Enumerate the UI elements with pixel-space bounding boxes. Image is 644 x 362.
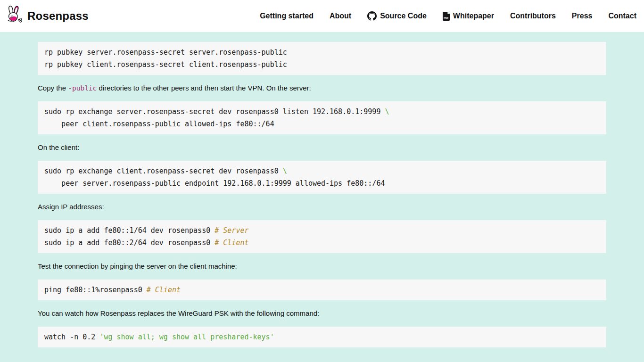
code-comment: # Server (215, 226, 248, 235)
paragraph-copy-public: Copy the -public directories to the othe… (38, 83, 606, 93)
line-continuation: \ (283, 167, 287, 175)
paragraph-text: Copy the (38, 84, 68, 92)
code-block-ping: ping fe80::1%rosenpass0 # Client (38, 280, 606, 300)
paragraph-text: directories to the other peers and then … (97, 84, 311, 92)
pdf-icon: PDF (443, 12, 450, 21)
code-line: rp pubkey client.rosenpass-secret client… (44, 58, 600, 71)
svg-text:PDF: PDF (444, 16, 449, 19)
code-block-server-exchange: sudo rp exchange server.rosenpass-secret… (38, 101, 606, 134)
paragraph-test-connection: Test the connection by pinging the serve… (38, 262, 606, 271)
code-string: 'wg show all; wg show all preshared-keys… (99, 333, 274, 341)
code-line: peer server.rosenpass-public endpoint 19… (44, 177, 600, 189)
code-block-client-exchange: sudo rp exchange client.rosenpass-secret… (38, 161, 606, 194)
rosenpass-rabbit-logo-icon (4, 4, 25, 28)
code-line: sudo ip a add fe80::2/64 dev rosenpass0 … (44, 237, 600, 249)
line-continuation: \ (385, 107, 389, 116)
nav-press[interactable]: Press (572, 12, 593, 20)
code-line: sudo rp exchange client.rosenpass-secret… (44, 165, 600, 177)
brand-home-link[interactable]: Rosenpass (4, 4, 89, 28)
nav-contact[interactable]: Contact (608, 12, 636, 20)
nav-getting-started[interactable]: Getting started (260, 12, 314, 20)
brand-name: Rosenpass (27, 9, 89, 23)
nav-whitepaper-label: Whitepaper (453, 12, 494, 20)
getting-started-content: rp pubkey server.rosenpass-secret server… (0, 32, 644, 347)
inline-code-public: -public (68, 84, 97, 92)
code-block-generate-pubkeys: rp pubkey server.rosenpass-secret server… (38, 42, 606, 75)
code-line: ping fe80::1%rosenpass0 # Client (44, 284, 600, 296)
code-line: sudo ip a add fe80::1/64 dev rosenpass0 … (44, 224, 600, 237)
code-line: sudo rp exchange server.rosenpass-secret… (44, 106, 600, 118)
code-block-assign-ips: sudo ip a add fe80::1/64 dev rosenpass0 … (38, 220, 606, 253)
code-comment: # Client (147, 286, 181, 294)
github-icon (367, 11, 377, 21)
nav-source-code-label: Source Code (380, 12, 427, 20)
nav-links: Getting started About Source Code PDF Wh… (260, 11, 636, 21)
nav-whitepaper[interactable]: PDF Whitepaper (443, 12, 494, 21)
code-line: watch -n 0.2 'wg show all; wg show all p… (44, 331, 600, 343)
code-block-watch: watch -n 0.2 'wg show all; wg show all p… (38, 327, 606, 347)
paragraph-assign-ips: Assign IP addresses: (38, 202, 606, 212)
code-comment: # Client (215, 239, 248, 247)
nav-contributors[interactable]: Contributors (510, 12, 556, 20)
nav-source-code[interactable]: Source Code (367, 11, 427, 21)
nav-about[interactable]: About (330, 12, 351, 20)
code-line: peer client.rosenpass-public allowed-ips… (44, 118, 600, 130)
paragraph-on-client: On the client: (38, 143, 606, 152)
paragraph-watch-psk: You can watch how Rosenpass replaces the… (38, 309, 606, 318)
top-nav: Rosenpass Getting started About Source C… (0, 0, 644, 32)
code-line: rp pubkey server.rosenpass-secret server… (44, 46, 600, 58)
